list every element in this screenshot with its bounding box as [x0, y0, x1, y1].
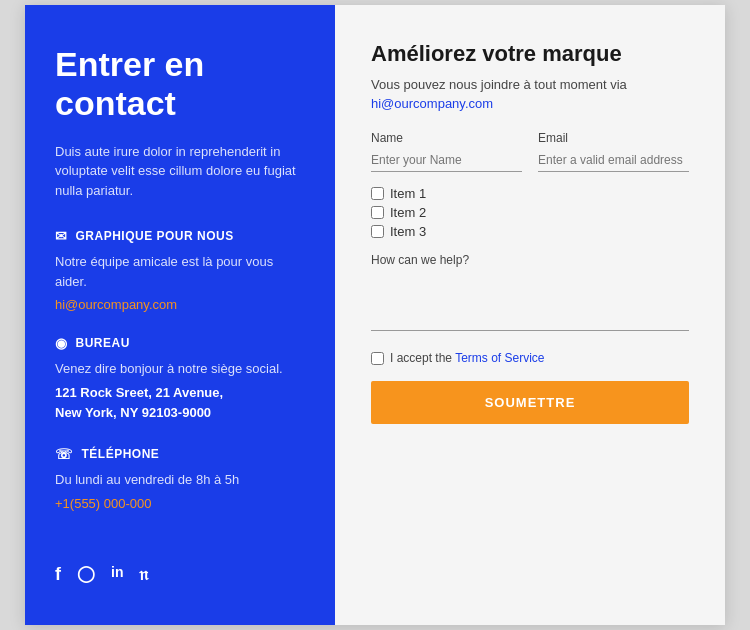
checkboxes-group: Item 1 Item 2 Item 3: [371, 186, 689, 239]
section-bureau-title: ◉ BUREAU: [55, 335, 305, 351]
terms-row: I accept the Terms of Service: [371, 351, 689, 365]
bureau-text: Venez dire bonjour à notre siège social.: [55, 359, 305, 379]
main-title: Entrer en contact: [55, 45, 305, 123]
checkbox-1[interactable]: [371, 187, 384, 200]
terms-link[interactable]: Terms of Service: [455, 351, 544, 365]
email-label: Email: [538, 131, 689, 145]
email-icon: ✉: [55, 228, 68, 244]
right-panel: Améliorez votre marque Vous pouvez nous …: [335, 5, 725, 624]
submit-button[interactable]: SOUMETTRE: [371, 381, 689, 424]
help-textarea[interactable]: [371, 271, 689, 331]
checkbox-item-2: Item 2: [371, 205, 689, 220]
name-email-row: Name Email: [371, 131, 689, 172]
section-graphique-title: ✉ GRAPHIQUE POUR NOUS: [55, 228, 305, 244]
graphique-link[interactable]: hi@ourcompany.com: [55, 297, 177, 312]
checkbox-2[interactable]: [371, 206, 384, 219]
checkbox-item-3: Item 3: [371, 224, 689, 239]
textarea-group: How can we help?: [371, 253, 689, 335]
linkedin-icon[interactable]: in: [111, 564, 123, 585]
name-input[interactable]: [371, 149, 522, 172]
left-panel: Entrer en contact Duis aute irure dolor …: [25, 5, 335, 624]
contact-email-link[interactable]: hi@ourcompany.com: [371, 96, 689, 111]
checkbox-item-1: Item 1: [371, 186, 689, 201]
email-input[interactable]: [538, 149, 689, 172]
graphique-text: Notre équipe amicale est là pour vous ai…: [55, 252, 305, 291]
terms-checkbox[interactable]: [371, 352, 384, 365]
name-label: Name: [371, 131, 522, 145]
bureau-address: 121 Rock Sreet, 21 Avenue, New York, NY …: [55, 383, 305, 425]
checkbox-3[interactable]: [371, 225, 384, 238]
main-description: Duis aute irure dolor in reprehenderit i…: [55, 142, 305, 201]
telephone-link[interactable]: +1(555) 000-000: [55, 496, 152, 511]
phone-icon: ☏: [55, 446, 74, 462]
checkbox-label-3: Item 3: [390, 224, 426, 239]
textarea-label: How can we help?: [371, 253, 689, 267]
form-title: Améliorez votre marque: [371, 41, 689, 67]
telephone-text: Du lundi au vendredi de 8h à 5h: [55, 470, 305, 490]
location-icon: ◉: [55, 335, 68, 351]
checkbox-label-2: Item 2: [390, 205, 426, 220]
checkbox-label-1: Item 1: [390, 186, 426, 201]
instagram-icon[interactable]: ◯: [77, 564, 95, 585]
name-field-group: Name: [371, 131, 522, 172]
pinterest-icon[interactable]: 𝔫: [139, 564, 148, 585]
social-icons: f ◯ in 𝔫: [55, 534, 305, 585]
facebook-icon[interactable]: f: [55, 564, 61, 585]
section-graphique: ✉ GRAPHIQUE POUR NOUS Notre équipe amica…: [55, 228, 305, 313]
section-telephone-title: ☏ TÉLÉPHONE: [55, 446, 305, 462]
section-telephone: ☏ TÉLÉPHONE Du lundi au vendredi de 8h à…: [55, 446, 305, 512]
section-bureau: ◉ BUREAU Venez dire bonjour à notre sièg…: [55, 335, 305, 424]
terms-text: I accept the Terms of Service: [390, 351, 545, 365]
form-subtitle: Vous pouvez nous joindre à tout moment v…: [371, 77, 689, 92]
email-field-group: Email: [538, 131, 689, 172]
main-container: Entrer en contact Duis aute irure dolor …: [25, 5, 725, 624]
